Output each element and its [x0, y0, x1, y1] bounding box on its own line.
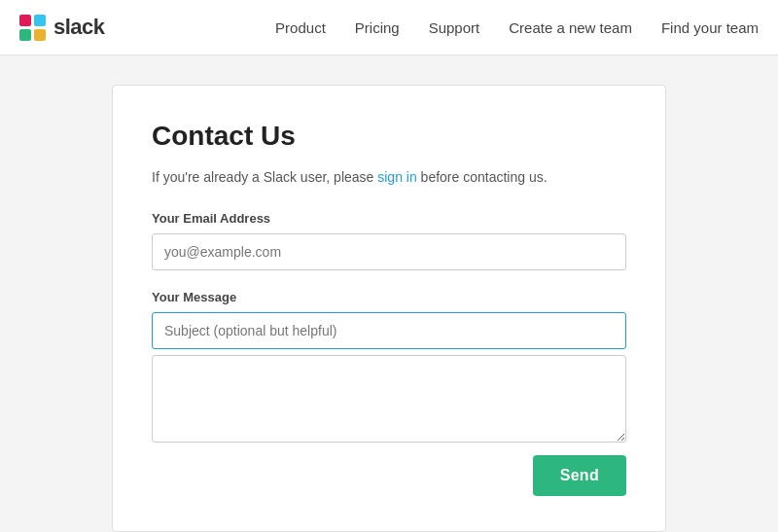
- subtitle-text: If you're already a Slack user, please: [152, 169, 377, 185]
- slack-logo-icon: [19, 15, 46, 41]
- nav-product[interactable]: Product: [275, 19, 326, 36]
- nav-support[interactable]: Support: [429, 19, 480, 36]
- subject-input[interactable]: [152, 312, 626, 349]
- logo-cell-blue: [34, 15, 46, 26]
- logo-area: slack: [19, 15, 105, 41]
- message-label: Your Message: [152, 290, 626, 304]
- message-form-group: Your Message: [152, 290, 626, 445]
- send-row: Send: [152, 455, 626, 496]
- message-textarea[interactable]: [152, 355, 626, 443]
- logo-cell-yellow: [34, 29, 46, 41]
- send-button[interactable]: Send: [533, 455, 626, 496]
- logo-cell-green: [19, 29, 31, 41]
- contact-card: Contact Us If you're already a Slack use…: [112, 85, 666, 532]
- email-form-group: Your Email Address: [152, 211, 626, 270]
- sign-in-link[interactable]: sign in: [377, 169, 416, 185]
- main-nav: Product Pricing Support Create a new tea…: [275, 19, 759, 36]
- header: slack Product Pricing Support Create a n…: [0, 0, 778, 55]
- email-label: Your Email Address: [152, 211, 626, 226]
- email-input[interactable]: [152, 233, 626, 270]
- nav-find-team[interactable]: Find your team: [661, 19, 759, 36]
- subject-wrapper: [152, 312, 626, 349]
- logo-cell-red: [19, 15, 31, 26]
- nav-create-team[interactable]: Create a new team: [509, 19, 632, 36]
- contact-subtitle: If you're already a Slack user, please s…: [152, 167, 626, 188]
- nav-pricing[interactable]: Pricing: [355, 19, 400, 36]
- logo-text: slack: [53, 15, 105, 40]
- subtitle-suffix: before contacting us.: [417, 169, 548, 185]
- main-content: Contact Us If you're already a Slack use…: [0, 55, 778, 532]
- contact-title: Contact Us: [152, 121, 626, 152]
